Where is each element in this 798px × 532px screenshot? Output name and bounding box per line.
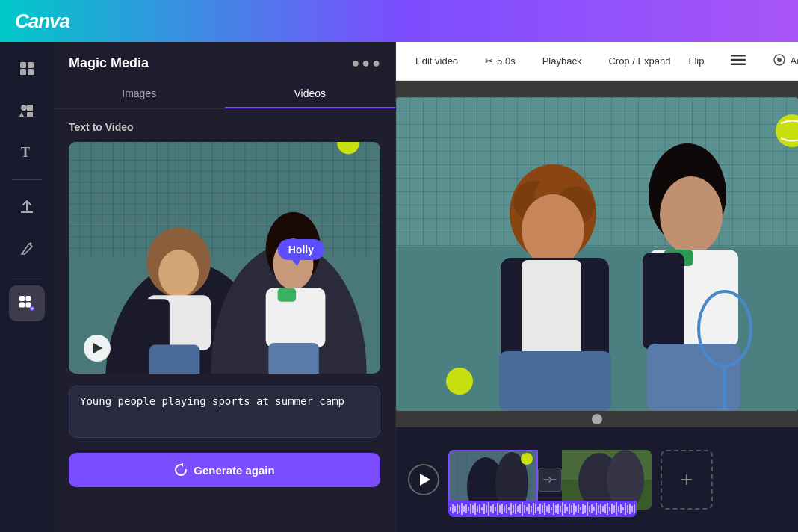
svg-rect-9: [26, 296, 31, 301]
sidebar-item-apps[interactable]: [9, 285, 45, 321]
svg-rect-48: [643, 253, 684, 350]
timeline-play-button[interactable]: [408, 464, 439, 495]
svg-rect-83: [492, 504, 494, 513]
svg-rect-96: [522, 502, 523, 516]
svg-rect-107: [546, 506, 548, 512]
duration-label: 5.0s: [497, 55, 516, 66]
sidebar-item-draw[interactable]: [9, 231, 45, 267]
svg-rect-131: [600, 504, 601, 514]
svg-rect-137: [613, 505, 615, 513]
svg-rect-6: [27, 112, 33, 117]
transition-icon: [543, 474, 557, 485]
sidebar-item-text[interactable]: T: [9, 134, 45, 170]
svg-rect-123: [582, 504, 584, 514]
svg-rect-144: [629, 504, 631, 514]
svg-rect-122: [580, 507, 581, 510]
generate-again-label: Generate again: [194, 464, 274, 477]
svg-rect-104: [539, 504, 541, 514]
svg-point-45: [660, 176, 723, 254]
playback-button[interactable]: Playback: [535, 51, 590, 71]
svg-rect-68: [459, 505, 460, 513]
svg-rect-100: [531, 506, 532, 512]
svg-rect-11: [26, 303, 31, 308]
clip-transition[interactable]: [538, 468, 562, 492]
sidebar-item-grid[interactable]: [9, 51, 45, 87]
main-scene-svg: [396, 97, 798, 411]
svg-rect-84: [495, 507, 496, 511]
svg-point-53: [446, 368, 473, 395]
scissors-button[interactable]: ✂ 5.0s: [477, 51, 523, 71]
svg-rect-98: [526, 507, 528, 511]
svg-rect-78: [481, 507, 483, 510]
flip-button[interactable]: Flip: [681, 51, 712, 71]
edit-video-label: Edit video: [415, 55, 458, 66]
edit-video-button[interactable]: Edit video: [408, 51, 466, 71]
sidebar-item-elements[interactable]: [9, 93, 45, 129]
canvas-area: Edit video ✂ 5.0s Playback Crop / Expand…: [396, 42, 798, 532]
svg-rect-89: [506, 504, 507, 513]
waveform: [448, 501, 637, 517]
svg-rect-72: [468, 507, 469, 511]
svg-rect-138: [616, 502, 617, 516]
svg-rect-88: [504, 506, 505, 512]
scrubber-dot[interactable]: [592, 414, 602, 424]
svg-rect-103: [537, 507, 539, 511]
svg-rect-97: [524, 505, 525, 513]
flip-label: Flip: [689, 55, 705, 66]
panel-header: Magic Media ●●●: [54, 42, 395, 80]
svg-rect-120: [575, 506, 577, 512]
svg-rect-109: [551, 507, 552, 510]
prompt-input[interactable]: [69, 386, 380, 438]
animate-button[interactable]: Animate: [765, 49, 798, 73]
court-scene: Holly: [69, 142, 380, 374]
svg-rect-126: [589, 506, 590, 512]
svg-rect-130: [598, 505, 599, 513]
svg-point-4: [21, 105, 27, 111]
svg-rect-66: [454, 506, 456, 512]
scissors-icon: ✂: [485, 55, 493, 66]
svg-rect-102: [535, 504, 536, 513]
svg-rect-5: [27, 105, 33, 111]
svg-rect-79: [483, 504, 485, 514]
svg-rect-3: [28, 69, 34, 75]
preview-scene-svg: [69, 142, 380, 374]
tab-videos[interactable]: Videos: [225, 80, 396, 108]
hamburger-icon: [731, 54, 746, 68]
svg-rect-81: [488, 502, 489, 516]
svg-point-18: [158, 250, 199, 297]
tab-images[interactable]: Images: [54, 80, 225, 108]
svg-rect-87: [501, 504, 503, 514]
svg-rect-92: [513, 505, 514, 513]
svg-rect-145: [631, 506, 633, 512]
svg-rect-135: [609, 507, 610, 511]
scrubber-area: [396, 414, 798, 427]
hamburger-button[interactable]: [723, 49, 753, 72]
svg-rect-113: [560, 506, 561, 512]
svg-rect-114: [562, 502, 563, 516]
svg-rect-73: [470, 504, 471, 514]
panel-menu-button[interactable]: ●●●: [351, 55, 380, 71]
svg-rect-111: [555, 505, 557, 513]
animate-label: Animate: [790, 55, 798, 66]
sidebar-item-upload[interactable]: [9, 189, 45, 225]
svg-rect-106: [544, 503, 545, 515]
canvas-viewport: [396, 81, 798, 427]
svg-rect-90: [508, 507, 510, 510]
generate-again-button[interactable]: Generate again: [69, 453, 380, 487]
svg-rect-118: [571, 505, 572, 513]
svg-rect-24: [278, 288, 297, 301]
svg-rect-65: [452, 504, 454, 513]
svg-rect-28: [731, 55, 746, 57]
panel-content: Text to Video: [54, 109, 395, 532]
svg-rect-143: [627, 505, 628, 513]
svg-rect-140: [620, 504, 622, 513]
sidebar-icons: T: [0, 42, 54, 532]
add-clip-button[interactable]: +: [661, 450, 713, 510]
timeline-clips: +: [448, 442, 786, 517]
svg-rect-2: [20, 69, 26, 75]
svg-rect-142: [625, 503, 626, 515]
play-button-overlay[interactable]: [84, 335, 111, 362]
crop-expand-button[interactable]: Crop / Expand: [601, 51, 678, 71]
panel-tabs: Images Videos: [54, 80, 395, 109]
svg-rect-101: [533, 503, 534, 515]
